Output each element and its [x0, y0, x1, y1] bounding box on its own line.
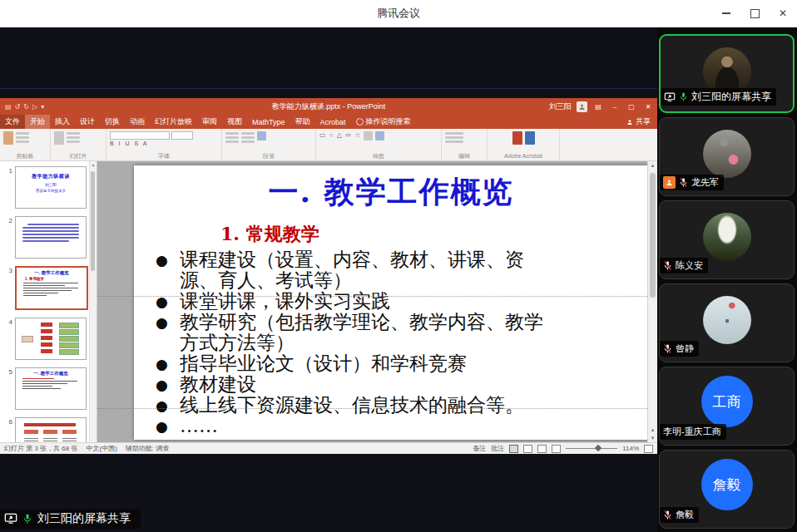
ribbon-group-slides[interactable]: 幻灯片 — [51, 129, 106, 160]
slide-bullet: 线上线下资源建设、信息技术的融合等。 — [154, 395, 552, 416]
slide-thumbnail-5[interactable]: 一. 教学工作概览 — [15, 367, 87, 410]
tab-help[interactable]: 帮助 — [290, 115, 315, 129]
slide-bullet: 教学研究（包括教学理论、教学内容、教学方式方法等） — [154, 312, 552, 353]
participant-name: 陈义安 — [676, 259, 703, 272]
slide-thumbnail-6[interactable] — [15, 417, 87, 442]
ppt-close-button[interactable]: ✕ — [642, 103, 654, 111]
create-pdf-icon[interactable] — [512, 131, 522, 145]
tab-animations[interactable]: 动画 — [125, 115, 150, 129]
lightbulb-icon — [356, 118, 364, 126]
current-slide[interactable]: 一. 教学工作概览 1. 常规教学 课程建设（设置、内容、教材、讲课、资源、育人… — [134, 165, 648, 440]
slide-thumbnail-3-selected[interactable]: 一. 教学工作概览 1. 常规教学 — [15, 266, 88, 310]
notes-button[interactable]: 备注 — [473, 444, 486, 453]
thumb-number: 4 — [2, 318, 12, 360]
slide-bullet: …… — [154, 416, 552, 436]
accessibility-status[interactable]: 辅助功能: 调查 — [126, 444, 169, 453]
powerpoint-titlebar: ▤ ↺ ↻ ▷ ▾ 教学能力纵横谈.pptx - PowerPoint 刘三阳 … — [0, 98, 657, 115]
participant-name: 刘三阳的屏幕共享 — [691, 90, 771, 104]
avatar — [703, 296, 751, 344]
thumb-number: 5 — [2, 367, 12, 410]
slide-edit-area: 一. 教学工作概览 1. 常规教学 课程建设（设置、内容、教材、讲课、资源、育人… — [97, 161, 657, 442]
tab-transitions[interactable]: 切换 — [100, 115, 125, 129]
ribbon-group-drawing[interactable]: ▭ ○ △ ⇨ ☆ 绘图 — [316, 129, 442, 160]
ppt-restore-button[interactable]: ▢ — [626, 103, 637, 111]
slide-sorter-view-icon[interactable] — [523, 445, 532, 453]
ribbon-group-paragraph[interactable]: 段落 — [222, 129, 316, 160]
participant-name: 詹毅 — [676, 509, 694, 521]
tab-review[interactable]: 审阅 — [197, 115, 222, 129]
zoom-slider[interactable] — [566, 448, 617, 449]
arrange-icon[interactable] — [364, 131, 373, 140]
smartart-icon[interactable] — [257, 131, 266, 140]
share-pdf-icon[interactable] — [525, 131, 535, 145]
tab-file[interactable]: 文件 — [0, 115, 25, 129]
meeting-titlebar: 腾讯会议 ✕ — [0, 0, 797, 27]
shapes-icons[interactable]: ▭ ○ △ ⇨ ☆ — [319, 131, 361, 140]
powerpoint-window: ▤ ↺ ↻ ▷ ▾ 教学能力纵横谈.pptx - PowerPoint 刘三阳 … — [0, 98, 657, 454]
tab-slideshow[interactable]: 幻灯片放映 — [150, 115, 197, 129]
next-slide-icon: ▼ — [648, 436, 657, 441]
participant-name: 龙先军 — [691, 176, 719, 189]
avatar-initials: 詹毅 — [701, 459, 753, 510]
participant-name: 李明-重庆工商 — [663, 426, 721, 438]
slide-thumbnail-4[interactable] — [15, 318, 87, 360]
slide-count-status: 幻灯片 第 3 张，共 68 张 — [4, 444, 77, 453]
thumbnail-scrollbar[interactable]: ▲ — [89, 161, 97, 442]
tell-me-search[interactable]: 操作说明搜索 — [351, 115, 416, 129]
participant-tile-zengjing[interactable]: 曾静 — [659, 283, 795, 362]
tab-acrobat[interactable]: Acrobat — [315, 115, 351, 129]
paste-icon[interactable] — [3, 131, 13, 145]
participant-tile-liming[interactable]: 工商 李明-重庆工商 — [659, 367, 795, 446]
font-format-buttons[interactable]: B I U S A — [110, 140, 218, 147]
avatar — [703, 130, 751, 178]
reading-view-icon[interactable] — [537, 445, 547, 453]
slide-title: 一. 教学工作概览 — [134, 172, 648, 213]
share-button[interactable]: 共享 — [620, 115, 657, 129]
slide-bullet-list: 课程建设（设置、内容、教材、讲课、资源、育人、考试等） 课堂讲课，课外实习实践 … — [154, 249, 552, 436]
ribbon-tab-bar: 文件 开始 插入 设计 切换 动画 幻灯片放映 审阅 视图 MathType 帮… — [0, 115, 657, 129]
ppt-minimize-button[interactable]: – — [609, 103, 621, 111]
ribbon-group-editing[interactable]: 编辑 — [442, 129, 488, 160]
screen-share-icon — [4, 513, 17, 525]
ribbon: 剪贴板 幻灯片 B I U S A 字体 段落 — [0, 129, 657, 161]
zoom-level[interactable]: 114% — [622, 445, 639, 452]
participant-tile-chenyian[interactable]: 陈义安 — [659, 200, 795, 279]
new-slide-icon[interactable] — [54, 131, 64, 145]
tab-view[interactable]: 视图 — [222, 115, 247, 129]
mic-on-icon — [22, 513, 32, 525]
font-name-box[interactable] — [110, 131, 170, 140]
ribbon-group-acrobat[interactable]: Adobe Acrobat — [488, 129, 560, 160]
ribbon-group-clipboard[interactable]: 剪贴板 — [0, 129, 51, 160]
tab-mathtype[interactable]: MathType — [247, 115, 290, 129]
host-badge-icon — [663, 176, 676, 189]
font-size-box[interactable] — [171, 131, 193, 140]
comments-button[interactable]: 批注 — [491, 444, 504, 453]
slide-bullet: 教材建设 — [154, 374, 552, 395]
mic-muted-icon — [663, 343, 672, 354]
signed-in-user: 刘三阳 — [549, 101, 572, 112]
mic-muted-icon — [663, 510, 672, 520]
slide-bullet: 课程建设（设置、内容、教材、讲课、资源、育人、考试等） — [154, 249, 552, 291]
shared-screen-area: ▤ ↺ ↻ ▷ ▾ 教学能力纵横谈.pptx - PowerPoint 刘三阳 … — [0, 27, 657, 532]
slide-scrollbar[interactable]: ▲ ▲ ▼ — [647, 161, 657, 442]
quick-styles-icon[interactable] — [375, 131, 384, 140]
tab-home[interactable]: 开始 — [25, 115, 50, 129]
tab-design[interactable]: 设计 — [75, 115, 100, 129]
user-avatar[interactable] — [577, 101, 587, 112]
slide-thumbnail-1[interactable]: 教学能力纵横谈 刘三阳 西安电子科技大学 — [15, 166, 87, 209]
person-icon — [578, 103, 586, 111]
normal-view-icon[interactable] — [509, 445, 518, 453]
mic-muted-icon — [679, 177, 688, 188]
scroll-up-icon: ▲ — [648, 163, 657, 168]
language-status[interactable]: 中文(中国) — [86, 444, 116, 453]
thumb-number: 6 — [2, 417, 12, 442]
slideshow-view-icon[interactable] — [552, 445, 561, 453]
tab-insert[interactable]: 插入 — [50, 115, 75, 129]
participant-tile-share[interactable]: 刘三阳的屏幕共享 — [659, 34, 795, 113]
fit-to-window-icon[interactable] — [644, 445, 653, 453]
participant-tile-zhanyi[interactable]: 詹毅 詹毅 — [659, 450, 795, 529]
ribbon-display-options-icon[interactable]: ▤ — [592, 103, 604, 111]
slide-thumbnail-2[interactable] — [15, 216, 87, 259]
ribbon-group-font[interactable]: B I U S A 字体 — [106, 129, 222, 160]
participant-tile-longxianjun[interactable]: 龙先军 — [659, 117, 795, 196]
